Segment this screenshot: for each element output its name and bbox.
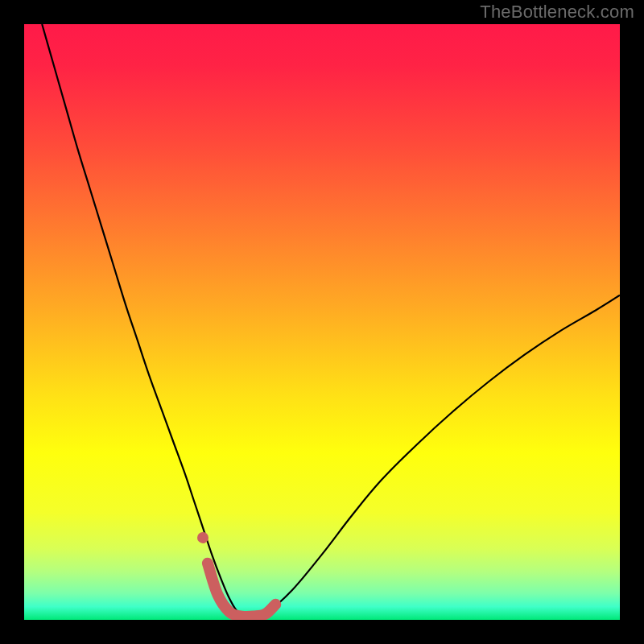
chart-svg: [24, 24, 620, 620]
point-highlight-dot: [197, 532, 208, 543]
watermark-text: TheBottleneck.com: [480, 2, 634, 23]
plot-area: [24, 24, 620, 620]
chart-background: [24, 24, 620, 620]
app-frame: TheBottleneck.com: [0, 0, 644, 644]
